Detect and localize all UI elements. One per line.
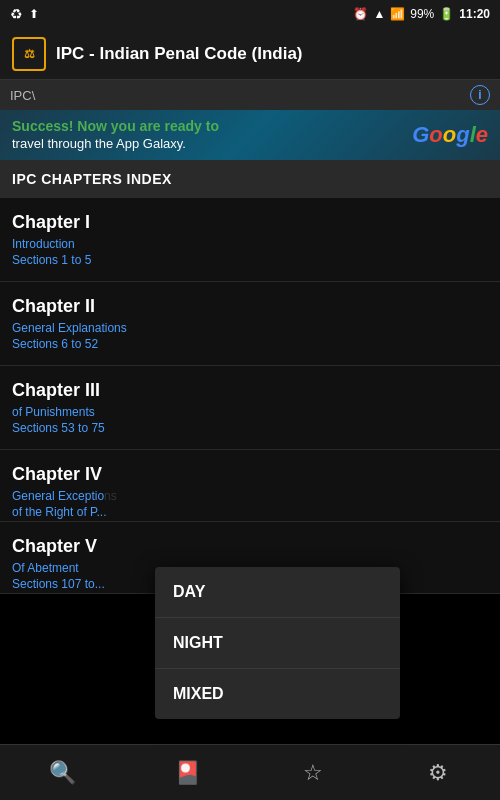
time-display: 11:20	[459, 7, 490, 21]
chapter-3-subtitle: of Punishments	[12, 405, 488, 419]
theme-dropdown: DAY NIGHT MIXED	[155, 567, 400, 719]
chapter-4-subtitle2: of the Right of P...	[12, 505, 488, 519]
chapter-4-name: Chapter IV	[12, 464, 488, 485]
nav-cards[interactable]: 🎴	[158, 751, 218, 795]
ad-success-text: Success! Now you are ready to	[12, 117, 219, 135]
dropdown-item-night[interactable]: NIGHT	[155, 618, 400, 669]
signal-icon: 📶	[390, 7, 405, 21]
battery-icon: 🔋	[439, 7, 454, 21]
breadcrumb-bar: IPC\ i	[0, 80, 500, 110]
chapter-item-3[interactable]: Chapter III of Punishments Sections 53 t…	[0, 366, 500, 450]
app-bar: ⚖ IPC - Indian Penal Code (India)	[0, 28, 500, 80]
battery-level: 99%	[410, 7, 434, 21]
google-logo: Google	[412, 122, 488, 148]
settings-icon: ⚙	[428, 760, 448, 786]
breadcrumb: IPC\	[10, 88, 35, 103]
status-bar: ♻ ⬆ ⏰ ▲ 📶 99% 🔋 11:20	[0, 0, 500, 28]
ad-body-text: travel through the App Galaxy.	[12, 136, 219, 153]
ad-banner[interactable]: Success! Now you are ready to travel thr…	[0, 110, 500, 160]
chapter-3-name: Chapter III	[12, 380, 488, 401]
dropdown-item-day[interactable]: DAY	[155, 567, 400, 618]
chapter-2-sections: Sections 6 to 52	[12, 337, 488, 351]
chapter-item-4[interactable]: Chapter IV General Exceptions of the Rig…	[0, 450, 500, 522]
chapter-2-subtitle: General Explanations	[12, 321, 488, 335]
section-header-title: IPC CHAPTERS INDEX	[12, 171, 172, 187]
alarm-icon: ⏰	[353, 7, 368, 21]
nav-bookmark[interactable]: ☆	[283, 751, 343, 795]
chapter-1-name: Chapter I	[12, 212, 488, 233]
chapter-5-name: Chapter V	[12, 536, 488, 557]
chapter-item-1[interactable]: Chapter I Introduction Sections 1 to 5	[0, 198, 500, 282]
cards-icon: 🎴	[174, 760, 201, 786]
ad-text: Success! Now you are ready to travel thr…	[12, 117, 219, 152]
status-right-icons: ⏰ ▲ 📶 99% 🔋 11:20	[353, 7, 490, 21]
wifi-icon: ▲	[373, 7, 385, 21]
app-title: IPC - Indian Penal Code (India)	[56, 44, 303, 64]
nav-search[interactable]: 🔍	[33, 751, 93, 795]
chapter-4-subtitle: General Exceptions	[12, 489, 488, 503]
info-icon[interactable]: i	[470, 85, 490, 105]
section-header: IPC CHAPTERS INDEX	[0, 160, 500, 198]
star-icon: ☆	[303, 760, 323, 786]
app-logo: ⚖	[12, 37, 46, 71]
chapter-item-2[interactable]: Chapter II General Explanations Sections…	[0, 282, 500, 366]
chapter-2-name: Chapter II	[12, 296, 488, 317]
chapter-1-sections: Sections 1 to 5	[12, 253, 488, 267]
dropdown-item-mixed[interactable]: MIXED	[155, 669, 400, 719]
status-left-icons: ♻ ⬆	[10, 6, 39, 22]
chapter-3-sections: Sections 53 to 75	[12, 421, 488, 435]
update-icon: ⬆	[29, 7, 39, 21]
balance-icon: ⚖	[24, 47, 35, 61]
recycle-icon: ♻	[10, 6, 23, 22]
chapter-list: Chapter I Introduction Sections 1 to 5 C…	[0, 198, 500, 594]
chapter-1-subtitle: Introduction	[12, 237, 488, 251]
nav-settings[interactable]: ⚙	[408, 751, 468, 795]
search-icon: 🔍	[49, 760, 76, 786]
bottom-nav: 🔍 🎴 ☆ ⚙	[0, 744, 500, 800]
